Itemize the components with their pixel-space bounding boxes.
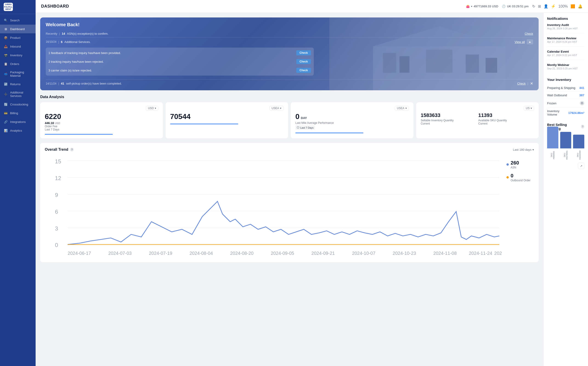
order-fee-label: Order Fee — [45, 125, 158, 128]
inventory-rows: Preparing & Shipping 441 Wait Outbound 3… — [547, 84, 584, 118]
sidebar-item-crossdocking[interactable]: 🔄 Crossdocking — [0, 100, 36, 109]
outbound-label: Outbound Order — [511, 179, 531, 182]
pickup-count: 41 — [61, 82, 64, 85]
external-link-icon[interactable]: ↗ — [578, 163, 584, 169]
sidebar-item-integrations[interactable]: 🔗 Integrations — [0, 117, 36, 126]
asn-legend-dot — [506, 163, 509, 166]
card-underline — [45, 134, 113, 135]
zoom-value: 100% — [558, 4, 568, 8]
notification-item-4: Montly Webinar Sep 21, 2023 5:25 pm HST — [547, 63, 584, 73]
trend-help-icon[interactable]: ? — [70, 148, 74, 151]
chevron-down-icon: ▾ — [531, 107, 532, 110]
header-time: 🕐 UK 03:29:51 pm — [502, 5, 528, 8]
sidebar-item-analytics[interactable]: 📊 Analytics — [0, 126, 36, 135]
check-button-1[interactable]: Check — [296, 50, 311, 55]
asn-text: ASN(s) exception(s) to confirm. — [67, 32, 108, 35]
check-button-2[interactable]: Check — [296, 59, 311, 64]
notif-date-2: Apr 17, 2024 9:24 pm HST — [547, 40, 584, 43]
search-icon: 🔍 — [4, 18, 8, 22]
notif-date-1: Aug 26, 2024 3:26 pm HST — [547, 27, 584, 30]
lightning-icon[interactable]: ⚡ — [551, 4, 556, 8]
sidebar-item-dashboard[interactable]: ⊞ Dashboard — [0, 25, 36, 33]
bar-3 — [573, 135, 584, 148]
bell-icon[interactable]: 🔔 — [578, 4, 582, 8]
svg-text:2024-11-08: 2024-11-08 — [433, 251, 457, 256]
inventory-card: US ▾ 1583633 Sellable Inventory Quantity… — [416, 102, 539, 138]
sidebar-item-label: Crossdocking — [10, 103, 28, 106]
content-area: Welcome Back! Recently | 14 ASN(s) excep… — [36, 13, 588, 366]
trend-period-selector[interactable]: Last 180 days ▾ — [513, 148, 534, 151]
chevron-down-icon: ▾ — [280, 107, 281, 110]
notif-title-4: Montly Webinar — [547, 63, 584, 67]
grid-icon[interactable]: ⊞ — [538, 4, 541, 8]
check-button-3[interactable]: Check — [296, 68, 311, 73]
packaging-icon: 📫 — [4, 72, 8, 76]
trend-body: 15 12 9 6 3 0 — [45, 155, 534, 258]
sidebar-item-label: Inventory — [10, 53, 22, 57]
recently-label: Recently — [46, 32, 57, 35]
user-icon[interactable]: 👤 — [544, 4, 548, 8]
product-icon: 📦 — [4, 36, 8, 40]
card-underline — [295, 133, 363, 133]
inventory-row-frozen: Frozen ⚙ — [547, 99, 584, 107]
bar-item-2: SKU #6578001 — [560, 132, 572, 161]
view-all-link[interactable]: View all — [515, 40, 525, 44]
bar-2 — [560, 132, 572, 148]
expanded-item-1: 1 feedback of tracking inquiry has/have … — [46, 48, 314, 57]
sidebar-navigation: 🔍 Search ⊞ Dashboard 📦 Product 📥 Inbound… — [0, 14, 36, 137]
balance-value: 49771669.33 USD — [474, 5, 498, 8]
sidebar-item-billing[interactable]: 💳 Billing — [0, 109, 36, 117]
asn-legend-item: 260 ASN — [506, 160, 534, 169]
notif-date-3: Apr 17, 2024 9:22 pm HST — [547, 54, 584, 56]
units-count: 70544 — [170, 112, 284, 121]
sidebar-item-label: Search — [10, 19, 20, 22]
crossdocking-icon: 🔄 — [4, 102, 8, 106]
sidebar-item-inbound[interactable]: 📥 Inbound — [0, 42, 36, 51]
asn-label: ASN — [511, 166, 519, 169]
sidebar-item-label: Product — [10, 36, 20, 39]
svg-text:2024-12-0: 2024-12-0 — [494, 251, 502, 256]
inv-value-preparing: 441 — [579, 86, 584, 90]
pickup-text: self-pickup order(s) have been completed… — [66, 82, 122, 85]
sidebar-item-orders[interactable]: 📋 Orders — [0, 60, 36, 68]
sidebar-item-search[interactable]: 🔍 Search — [0, 16, 36, 25]
banner-title: Welcome Back! — [46, 22, 533, 27]
color-swatch-icon[interactable]: 🟧 — [571, 4, 575, 8]
orders-icon: 📋 — [4, 62, 8, 66]
inv-region-dropdown[interactable]: US ▾ — [524, 106, 534, 111]
available-label: Available SKU Quantity — [478, 119, 534, 122]
svg-text:2024-09-21: 2024-09-21 — [311, 251, 335, 256]
notif-title-2: Maintenance Review — [547, 37, 584, 40]
right-sidebar: Notifications Inventory Audit Aug 26, 20… — [543, 13, 588, 366]
asn-check-link[interactable]: Check — [525, 32, 533, 35]
sidebar-item-product[interactable]: 📦 Product — [0, 33, 36, 42]
perf-period-badge: ⓘ Last 7 Days — [295, 125, 315, 130]
order-fee-value: 446.18 — [45, 121, 54, 125]
chevron-down-icon: ▾ — [471, 5, 472, 8]
orders-count: 6220 — [45, 112, 158, 121]
banner-content: Welcome Back! Recently | 14 ASN(s) excep… — [40, 17, 539, 90]
refresh-icon[interactable]: ↻ — [532, 4, 535, 8]
sidebar-item-additional[interactable]: ➕ Additional Services — [0, 88, 36, 100]
header-icons: ↻ ⊞ 👤 ⚡ 100% 🟧 🔔 — [532, 4, 582, 8]
sidebar-item-label: Analytics — [10, 129, 22, 132]
available-sku: 11393 — [478, 112, 534, 118]
sidebar-item-returns[interactable]: ↩️ Returns — [0, 80, 36, 88]
sidebar-item-inventory[interactable]: 🗃️ Inventory — [0, 51, 36, 60]
perf-region-dropdown[interactable]: USEA ▾ — [395, 106, 409, 111]
pickup-check-link[interactable]: Check — [517, 82, 526, 85]
orders-currency-dropdown[interactable]: USD ▾ — [146, 106, 158, 111]
time-value: UK 03:29:51 pm — [507, 5, 528, 8]
svg-text:0: 0 — [55, 242, 58, 248]
inventory-row-volume: Inventory Volume 17924.86m³ — [547, 107, 584, 118]
order-fee-period: Last 7 Days — [45, 128, 158, 131]
units-region-dropdown[interactable]: USEA ▾ — [269, 106, 283, 111]
close-banner-button[interactable]: ✕ — [530, 81, 533, 86]
best-selling-help-icon[interactable]: ? — [581, 125, 584, 129]
expand-button[interactable]: ▲ — [527, 39, 533, 44]
card-underline — [170, 124, 238, 124]
sidebar-item-packaging[interactable]: 📫 Packaging Material — [0, 68, 36, 80]
clock-icon: 🕐 — [502, 5, 505, 8]
your-inventory-title: Your Inventory — [547, 78, 584, 82]
inventory-row-preparing: Preparing & Shipping 441 — [547, 84, 584, 92]
